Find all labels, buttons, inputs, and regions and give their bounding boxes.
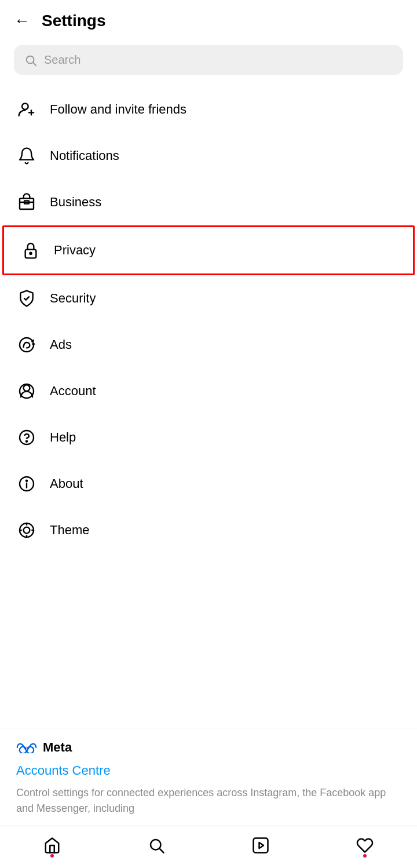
help-icon <box>16 427 37 448</box>
svg-line-27 <box>160 849 164 853</box>
home-icon <box>43 837 61 854</box>
accounts-centre-link[interactable]: Accounts Centre <box>16 763 401 778</box>
meta-logo-icon <box>16 742 37 753</box>
page-title: Settings <box>42 12 105 30</box>
privacy-icon <box>20 240 41 261</box>
back-button[interactable]: ← <box>14 13 30 29</box>
search-placeholder: Search <box>44 53 81 67</box>
menu-item-account[interactable]: Account <box>0 368 417 414</box>
meta-label: Meta <box>43 740 72 755</box>
notifications-icon <box>16 145 37 166</box>
svg-point-19 <box>26 480 27 482</box>
nav-item-home[interactable] <box>32 834 72 856</box>
nav-item-activity[interactable] <box>345 834 385 856</box>
svg-line-1 <box>33 63 36 65</box>
menu-item-about-label: About <box>50 476 83 491</box>
svg-point-16 <box>26 441 27 442</box>
header: ← Settings <box>0 0 417 36</box>
about-icon <box>16 473 37 494</box>
menu-item-help[interactable]: Help <box>0 414 417 461</box>
search-icon <box>24 54 37 67</box>
menu-item-about[interactable]: About <box>0 461 417 507</box>
svg-marker-29 <box>259 843 264 848</box>
menu-item-account-label: Account <box>50 384 96 399</box>
menu-item-theme-label: Theme <box>50 523 89 538</box>
meta-logo-row: Meta <box>16 740 401 755</box>
theme-icon <box>16 520 37 541</box>
svg-point-13 <box>24 385 30 391</box>
menu-item-ads[interactable]: Ads <box>0 322 417 368</box>
menu-item-business[interactable]: Business <box>0 179 417 225</box>
account-icon <box>16 381 37 402</box>
menu-item-follow[interactable]: Follow and invite friends <box>0 86 417 133</box>
nav-item-search[interactable] <box>136 834 177 856</box>
menu-item-security[interactable]: Security <box>0 275 417 322</box>
search-nav-icon <box>148 837 165 854</box>
menu-item-help-label: Help <box>50 430 76 445</box>
svg-point-2 <box>22 103 28 110</box>
menu-item-ads-label: Ads <box>50 337 72 352</box>
svg-point-10 <box>20 338 34 352</box>
svg-point-20 <box>24 527 30 534</box>
menu-item-security-label: Security <box>50 291 96 306</box>
bottom-nav <box>0 826 417 868</box>
menu-item-follow-label: Follow and invite friends <box>50 102 186 117</box>
meta-section: Meta Accounts Centre Control settings fo… <box>0 728 417 826</box>
meta-description: Control settings for connected experienc… <box>16 785 401 816</box>
activity-notification-dot <box>363 854 367 858</box>
search-bar[interactable]: Search <box>14 45 403 75</box>
ads-icon <box>16 334 37 355</box>
security-icon <box>16 288 37 309</box>
reels-icon <box>252 837 269 854</box>
svg-rect-28 <box>254 838 268 853</box>
home-notification-dot <box>50 854 54 858</box>
heart-icon <box>356 837 374 854</box>
follow-icon <box>16 99 37 120</box>
menu-item-privacy-label: Privacy <box>54 243 96 258</box>
menu-item-theme[interactable]: Theme <box>0 507 417 553</box>
search-container: Search <box>0 36 417 86</box>
menu-item-business-label: Business <box>50 195 101 210</box>
menu-item-notifications[interactable]: Notifications <box>0 133 417 179</box>
nav-item-reels[interactable] <box>240 834 281 856</box>
menu-item-notifications-label: Notifications <box>50 148 119 163</box>
menu-item-privacy[interactable]: Privacy <box>2 225 415 275</box>
menu-list: Follow and invite friends Notifications … <box>0 86 417 722</box>
svg-point-9 <box>30 253 31 254</box>
business-icon <box>16 192 37 213</box>
